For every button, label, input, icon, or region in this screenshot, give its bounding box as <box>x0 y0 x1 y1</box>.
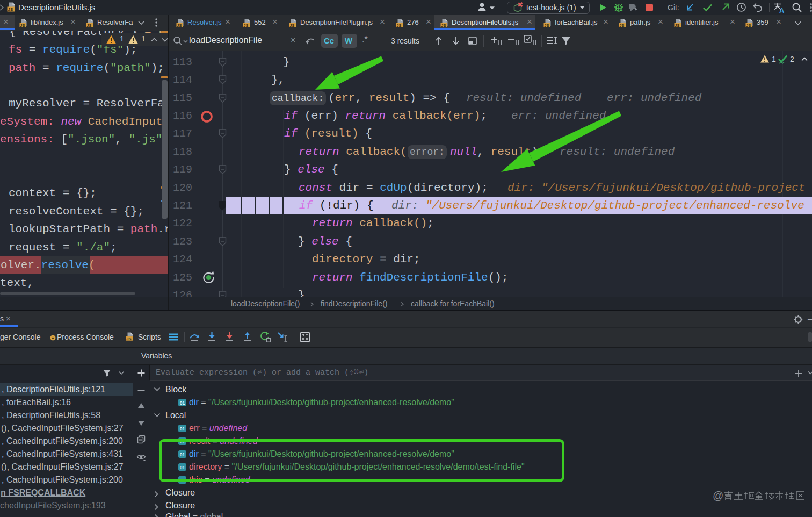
svg-text:JS: JS <box>8 7 13 12</box>
svg-text:A: A <box>779 6 785 13</box>
